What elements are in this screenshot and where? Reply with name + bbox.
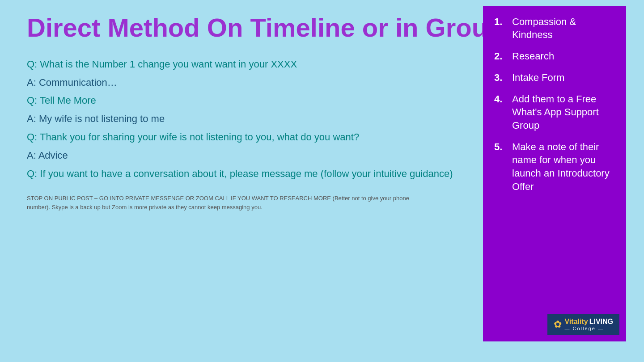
qa-item-a1: A: Communication… (27, 76, 474, 90)
list-text-3: Intake Form (512, 71, 564, 84)
qa-item-q3: Q: Thank you for sharing your wife is no… (27, 130, 474, 144)
logo-top-row: Vitality LIVING (564, 318, 613, 326)
list-item-1: 1. Compassion & Kindness (494, 15, 615, 42)
list-item-5: 5. Make a note of their name for when yo… (494, 140, 615, 194)
list-text-4: Add them to a Free What's App Support Gr… (512, 93, 615, 132)
list-text-2: Research (512, 50, 554, 63)
qa-item-q4: Q: If you want to have a conversation ab… (27, 167, 474, 181)
left-content: Q: What is the Number 1 change you want … (27, 55, 474, 341)
qa-item-a3: A: Advice (27, 149, 474, 163)
logo-living-text: LIVING (589, 318, 613, 326)
numbered-list: 1. Compassion & Kindness 2. Research 3. … (494, 15, 615, 202)
right-panel: 1. Compassion & Kindness 2. Research 3. … (483, 6, 626, 341)
logo-area: ✿ Vitality LIVING — College — (547, 314, 619, 335)
qa-item-q2: Q: Tell Me More (27, 94, 474, 108)
list-number-1: 1. (494, 15, 507, 42)
logo-text-block: Vitality LIVING — College — (564, 318, 613, 331)
list-item-4: 4. Add them to a Free What's App Support… (494, 93, 615, 132)
stop-note: STOP ON PUBLIC POST – GO INTO PRIVATE ME… (27, 194, 429, 211)
logo-vitality-text: Vitality (564, 318, 588, 326)
content-area: Q: What is the Number 1 change you want … (27, 55, 626, 341)
qa-item-q1: Q: What is the Number 1 change you want … (27, 58, 474, 72)
list-text-1: Compassion & Kindness (512, 15, 615, 42)
list-item-2: 2. Research (494, 50, 615, 63)
list-number-4: 4. (494, 93, 507, 132)
list-number-3: 3. (494, 71, 507, 84)
list-text-5: Make a note of their name for when you l… (512, 140, 615, 194)
slide-container: Direct Method On Timeline or in Group Q:… (0, 0, 644, 362)
logo-college-text: — College — (564, 326, 613, 331)
list-number-2: 2. (494, 50, 507, 63)
qa-item-a2: A: My wife is not listening to me (27, 112, 474, 126)
list-number-5: 5. (494, 140, 507, 194)
list-item-3: 3. Intake Form (494, 71, 615, 84)
logo-icon: ✿ (554, 319, 562, 330)
